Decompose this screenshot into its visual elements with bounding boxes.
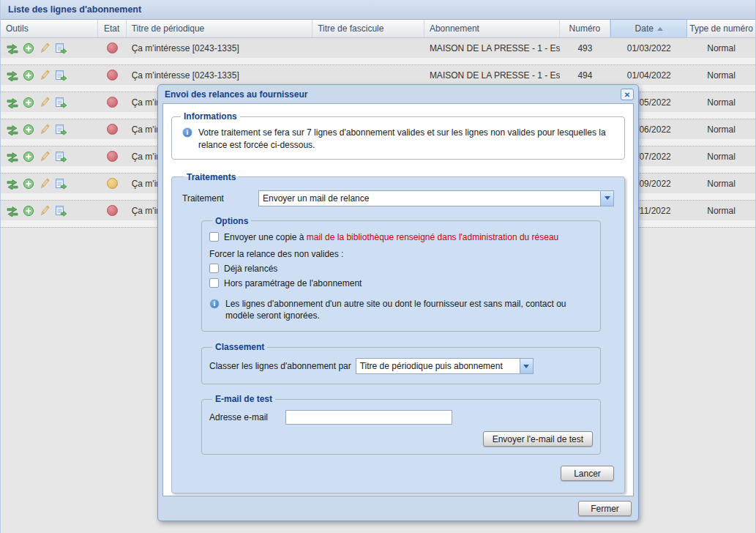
row-fascicule — [312, 65, 424, 85]
classement-select-value: Titre de périodique puis abonnement — [356, 359, 520, 373]
copy-highlight-text: mail de la bibliothèque renseigné dans l… — [307, 232, 559, 242]
edit-icon[interactable] — [39, 124, 50, 135]
dialog-body: Informations i Votre traitement se fera … — [162, 103, 634, 496]
transfer-icon[interactable] — [7, 124, 18, 135]
edit-icon[interactable] — [39, 151, 50, 163]
lancer-button[interactable]: Lancer — [561, 466, 614, 481]
status-dot — [107, 151, 118, 162]
row-tools-cell — [1, 146, 98, 166]
export-icon[interactable] — [55, 124, 67, 135]
add-icon[interactable] — [23, 205, 34, 217]
status-dot — [107, 205, 118, 216]
row-titre: Ça m'intéresse [0243-1335] — [127, 38, 313, 58]
options-legend: Options — [212, 216, 251, 226]
chevron-down-icon[interactable] — [520, 359, 533, 373]
column-header-date-label: Date — [635, 23, 654, 34]
row-date: 01/04/2022 — [610, 65, 687, 85]
hors-parametrage-checkbox[interactable] — [209, 278, 219, 288]
add-icon[interactable] — [23, 97, 34, 108]
edit-icon[interactable] — [39, 178, 50, 190]
row-tools-cell — [1, 119, 98, 139]
transfer-icon[interactable] — [7, 151, 18, 163]
edit-icon[interactable] — [39, 205, 50, 217]
add-icon[interactable] — [23, 42, 34, 54]
transfer-icon[interactable] — [7, 70, 18, 81]
relance-dialog: Envoi des relances au fournisseur ✕ Info… — [157, 84, 639, 521]
copy-checkbox-label: Envoyer une copie à mail de la bibliothè… — [224, 232, 558, 242]
row-type: Normal — [687, 38, 755, 58]
row-type: Normal — [687, 174, 755, 193]
panel-title: Liste des lignes d'abonnement — [1, 0, 755, 20]
email-test-fieldset: E-mail de test Adresse e-mail Envoyer l'… — [201, 394, 601, 455]
add-icon[interactable] — [23, 70, 34, 81]
email-input[interactable] — [285, 410, 452, 425]
edit-icon[interactable] — [39, 70, 50, 81]
traitements-fieldset: Traitements Traitement Envoyer un mail d… — [171, 172, 625, 494]
add-icon[interactable] — [23, 151, 34, 163]
row-fascicule — [312, 38, 424, 58]
row-status-cell — [98, 65, 127, 85]
dialog-title: Envoi des relances au fournisseur — [165, 89, 307, 100]
fermer-button[interactable]: Fermer — [578, 501, 632, 516]
send-test-email-button[interactable]: Envoyer l'e-mail de test — [483, 431, 593, 447]
informations-legend: Informations — [181, 111, 240, 122]
export-icon[interactable] — [55, 42, 67, 54]
row-status-cell — [98, 174, 127, 193]
row-type: Normal — [687, 119, 755, 139]
row-date: 01/03/2022 — [610, 38, 687, 58]
add-icon[interactable] — [23, 124, 34, 135]
edit-icon[interactable] — [39, 42, 50, 54]
export-icon[interactable] — [55, 97, 67, 108]
transfer-icon[interactable] — [7, 178, 18, 190]
column-header-fascicule[interactable]: Titre de fascicule — [312, 20, 424, 37]
transfer-icon[interactable] — [7, 42, 18, 54]
column-header-outils[interactable]: Outils — [1, 20, 98, 37]
export-icon[interactable] — [55, 151, 67, 163]
add-icon[interactable] — [23, 178, 34, 190]
status-dot — [107, 70, 118, 81]
close-icon[interactable]: ✕ — [621, 89, 634, 100]
deja-relances-label: Déjà relancés — [224, 264, 277, 274]
row-tools-cell — [1, 38, 98, 58]
column-header-type[interactable]: Type de numéro — [687, 20, 755, 37]
column-header-date[interactable]: Date — [610, 20, 687, 37]
classement-fieldset: Classement Classer les lignes d'abonneme… — [201, 342, 601, 384]
export-icon[interactable] — [55, 178, 67, 190]
row-tools-cell — [1, 174, 98, 193]
classement-legend: Classement — [212, 342, 267, 352]
row-type: Normal — [687, 65, 755, 85]
force-relance-label: Forcer la relance des non valides : — [209, 249, 343, 259]
email-test-legend: E-mail de test — [212, 394, 275, 404]
column-header-titre[interactable]: Titre de périodique — [127, 20, 313, 37]
row-tools-cell — [1, 65, 98, 85]
column-header-abonnement[interactable]: Abonnement — [424, 20, 560, 37]
row-status-cell — [98, 146, 127, 166]
informations-fieldset: Informations i Votre traitement se fera … — [171, 111, 625, 160]
row-numero: 493 — [560, 38, 611, 58]
copy-checkbox[interactable] — [209, 232, 219, 242]
row-type: Normal — [687, 201, 755, 220]
chevron-down-icon[interactable] — [600, 191, 613, 206]
table-row[interactable]: Ça m'intéresse [0243-1335] MAISON DE LA … — [1, 38, 755, 65]
export-icon[interactable] — [55, 70, 67, 81]
traitement-select-value: Envoyer un mail de relance — [259, 191, 600, 206]
status-dot — [107, 178, 118, 189]
status-dot — [107, 42, 118, 53]
transfer-icon[interactable] — [7, 205, 18, 217]
deja-relances-checkbox[interactable] — [209, 264, 219, 273]
traitement-label: Traitement — [182, 193, 258, 204]
classement-select[interactable]: Titre de périodique puis abonnement — [356, 358, 534, 374]
row-status-cell — [98, 119, 127, 139]
transfer-icon[interactable] — [7, 97, 18, 108]
options-fieldset: Options Envoyer une copie à mail de la b… — [201, 216, 601, 332]
row-abonnement: MAISON DE LA PRESSE - 1 - Es... — [424, 65, 560, 85]
table-header-row: Outils Etat Titre de périodique Titre de… — [1, 20, 755, 38]
export-icon[interactable] — [55, 205, 67, 217]
row-tools-cell — [1, 201, 98, 220]
row-status-cell — [98, 201, 127, 220]
column-header-numero[interactable]: Numéro — [560, 20, 611, 37]
traitement-select[interactable]: Envoyer un mail de relance — [258, 190, 614, 206]
row-numero: 494 — [560, 65, 611, 85]
edit-icon[interactable] — [39, 97, 50, 108]
column-header-etat[interactable]: Etat — [98, 20, 127, 37]
